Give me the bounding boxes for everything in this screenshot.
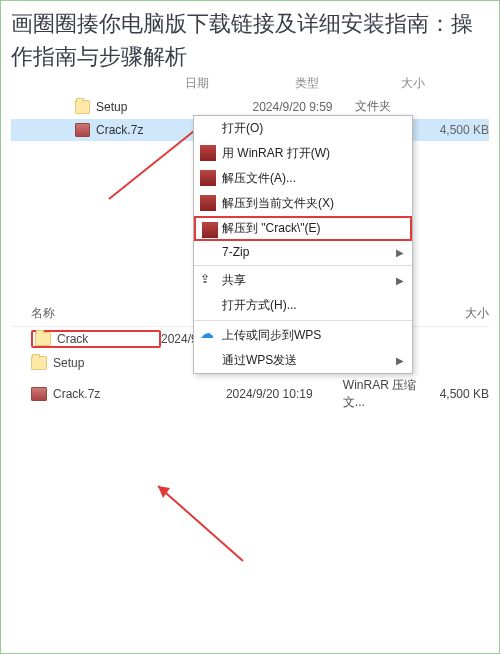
winrar-icon: [202, 222, 218, 238]
file-type: WinRAR 压缩文...: [343, 377, 431, 411]
file-name: Crack: [57, 332, 88, 346]
file-size: 4,500 KB: [429, 123, 489, 137]
file-name: Crack.7z: [53, 387, 100, 401]
separator: [194, 320, 412, 321]
ctx-extract-files[interactable]: 解压文件(A)...: [194, 166, 412, 191]
winrar-icon: [200, 145, 216, 161]
ctx-winrar-open[interactable]: 用 WinRAR 打开(W): [194, 141, 412, 166]
winrar-icon: [200, 170, 216, 186]
archive-icon: [75, 123, 90, 137]
file-date: 2024/9/20 9:59: [252, 100, 354, 114]
ctx-extract-to-crack[interactable]: 解压到 "Crack\"(E): [194, 216, 412, 241]
file-size: 4,500 KB: [431, 387, 489, 401]
folder-icon: [35, 332, 51, 346]
svg-line-2: [158, 486, 243, 561]
cloud-icon: [200, 327, 216, 343]
header-size: 大小: [355, 75, 425, 92]
column-headers: 日期 类型 大小: [11, 73, 489, 94]
file-row-crack7z[interactable]: Crack.7z 2024/9/20 10:19 WinRAR 压缩文... 4…: [11, 374, 489, 414]
chevron-right-icon: ▶: [396, 247, 404, 258]
arrow-annotation-2: [143, 471, 263, 571]
ctx-wps-upload[interactable]: 上传或同步到WPS: [194, 323, 412, 348]
ctx-extract-here[interactable]: 解压到当前文件夹(X): [194, 191, 412, 216]
ctx-7zip[interactable]: 7-Zip▶: [194, 241, 412, 263]
folder-icon: [75, 100, 90, 114]
share-icon: ⇪: [200, 272, 216, 288]
file-type: 文件夹: [355, 98, 430, 115]
winrar-icon: [200, 195, 216, 211]
folder-icon: [31, 356, 47, 370]
ctx-open[interactable]: 打开(O): [194, 116, 412, 141]
ctx-open-with[interactable]: 打开方式(H)...: [194, 293, 412, 318]
ctx-share[interactable]: ⇪共享▶: [194, 268, 412, 293]
context-menu: 打开(O) 用 WinRAR 打开(W) 解压文件(A)... 解压到当前文件夹…: [193, 115, 413, 374]
file-name: Setup: [53, 356, 84, 370]
header-type: 类型: [295, 75, 355, 92]
file-date: 2024/9/20 10:19: [226, 387, 343, 401]
page-title: 画圈圈揍你电脑版下载链接及详细安装指南：操作指南与步骤解析: [1, 1, 499, 73]
chevron-right-icon: ▶: [396, 275, 404, 286]
wps-icon: [200, 352, 216, 368]
archive-icon: [31, 387, 47, 401]
separator: [194, 265, 412, 266]
chevron-right-icon: ▶: [396, 355, 404, 366]
header-size: 大小: [431, 305, 489, 322]
header-date: 日期: [185, 75, 295, 92]
ctx-wps-send[interactable]: 通过WPS发送▶: [194, 348, 412, 373]
